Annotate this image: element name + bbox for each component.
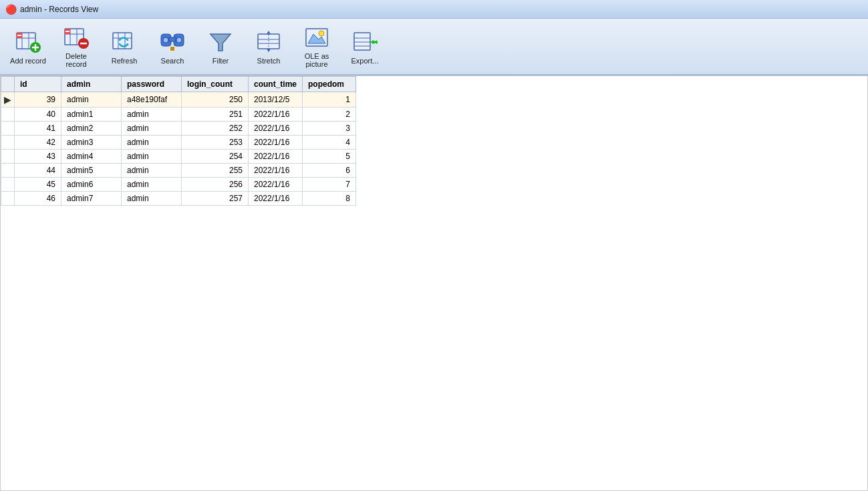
ole-as-picture-button[interactable]: OLE as picture [294,23,339,71]
export-label: Export... [351,57,379,65]
search-button[interactable]: Search [150,23,195,71]
window-title: admin - Records View [20,5,98,14]
add-record-label: Add record [10,57,46,65]
app-icon: 🔴 [5,4,16,15]
svg-rect-39 [354,33,370,50]
ole-icon [303,25,330,50]
table-row[interactable]: 45admin6admin2562022/1/167 [1,178,356,192]
stretch-icon [255,28,282,55]
refresh-label: Refresh [112,57,138,65]
main-content: id admin password login_count count_time… [0,75,868,491]
col-admin: admin [61,77,122,92]
filter-button[interactable]: Filter [198,23,243,71]
table-row[interactable]: 44admin5admin2552022/1/166 [1,164,356,178]
records-table: id admin password login_count count_time… [1,76,356,206]
delete-record-label: Delete record [56,52,96,68]
svg-rect-28 [170,47,174,51]
table-row[interactable]: 42admin3admin2532022/1/164 [1,136,356,150]
col-password: password [122,77,182,92]
export-icon [351,28,378,55]
col-login-count: login_count [182,77,249,92]
delete-record-icon [63,25,90,50]
search-label: Search [161,57,184,65]
add-record-button[interactable]: Add record [5,23,51,71]
table-header-row: id admin password login_count count_time… [1,77,356,92]
stretch-button[interactable]: Stretch [246,23,291,71]
col-indicator [1,77,15,92]
col-id: id [15,77,61,92]
table-row[interactable]: 40admin1admin2512022/1/162 [1,108,356,122]
records-table-container[interactable]: id admin password login_count count_time… [0,75,868,491]
refresh-button[interactable]: Refresh [102,23,147,71]
title-bar: 🔴 admin - Records View [0,0,868,19]
ole-label: OLE as picture [297,52,337,68]
svg-point-38 [319,31,324,36]
delete-record-button[interactable]: Delete record [53,23,99,71]
col-count-time: count_time [249,77,303,92]
svg-point-26 [163,37,168,43]
toolbar: Add record Delete record [0,19,868,75]
table-row[interactable]: 43admin4admin2542022/1/165 [1,150,356,164]
table-row[interactable]: 41admin2admin2522022/1/163 [1,122,356,136]
stretch-label: Stretch [257,57,281,65]
svg-point-27 [176,37,182,43]
refresh-icon [111,28,138,55]
filter-icon [207,28,234,55]
col-popedom: popedom [303,77,356,92]
search-icon [159,28,186,55]
svg-marker-29 [210,34,231,51]
svg-marker-35 [267,49,271,52]
table-row[interactable]: ▶39admina48e190faf2502013/12/51 [1,92,356,108]
filter-label: Filter [212,57,229,65]
svg-rect-25 [169,37,176,41]
add-record-icon [15,28,41,55]
svg-marker-34 [267,31,271,34]
export-button[interactable]: Export... [342,23,388,71]
table-row[interactable]: 46admin7admin2572022/1/168 [1,192,356,206]
